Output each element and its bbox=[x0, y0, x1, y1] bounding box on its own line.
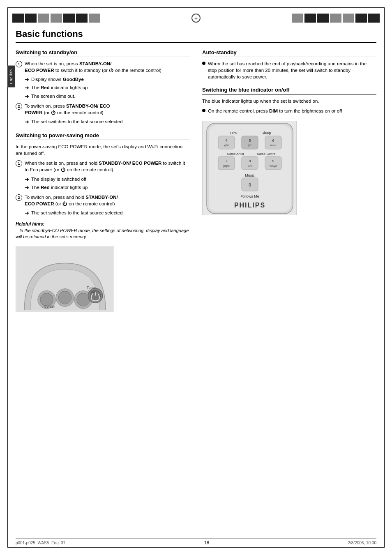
section-heading-standby: Switching to standby/on bbox=[16, 49, 190, 57]
arrow-icon: ➜ bbox=[25, 84, 29, 92]
arrow-text: The Red indicator lights up bbox=[31, 184, 88, 191]
svg-text:Same Genre: Same Genre bbox=[257, 152, 276, 156]
page-border-right bbox=[384, 7, 385, 548]
svg-text:ghi: ghi bbox=[224, 143, 229, 147]
svg-text:5: 5 bbox=[249, 138, 251, 143]
header-blocks-right bbox=[292, 14, 380, 23]
svg-text:7: 7 bbox=[225, 159, 227, 163]
footer-date: 2/8/2006, 10:00 bbox=[348, 541, 376, 545]
num-circle-ps-1: 1 bbox=[16, 160, 22, 167]
remote-control-image: Dim Sleep 4 ghi 5 jkl 6 mno bbox=[202, 121, 297, 215]
num-circle-ps-2: 2 bbox=[16, 194, 22, 201]
header-block bbox=[317, 14, 329, 23]
bold-standby-on-hold: STANDBY-ON/ bbox=[85, 195, 118, 200]
arrow-last-source-1: ➜ The set switches to the last source se… bbox=[25, 118, 190, 126]
header-block bbox=[89, 14, 100, 23]
bold-power: POWER bbox=[25, 110, 42, 115]
arrow-text: The Red indicator lights up bbox=[31, 84, 88, 91]
svg-text:4: 4 bbox=[225, 138, 227, 143]
header-block bbox=[38, 14, 49, 23]
power-saving-item-2-content: To switch on, press and hold STANDBY-ON/… bbox=[25, 194, 190, 207]
arrow-red-1: ➜ The Red indicator lights up bbox=[25, 84, 190, 92]
standby-item-2-content: To switch on, press STANDBY-ON/ ECO POWE… bbox=[25, 103, 190, 116]
arrow-goodbye: ➜ Display shows GoodBye bbox=[25, 76, 190, 83]
arrow-text: The set switches to the last source sele… bbox=[31, 118, 122, 125]
standby-item-1-content: When the set is on, press STANDBY-ON/ EC… bbox=[25, 60, 190, 74]
svg-text:jkl: jkl bbox=[248, 143, 251, 147]
bold-red: Red bbox=[41, 85, 50, 90]
section-heading-auto-standby: Auto-standby bbox=[202, 49, 376, 57]
svg-text:/Aux: /Aux bbox=[88, 290, 95, 294]
helpful-hints-label: Helpful hints: bbox=[16, 221, 44, 226]
page-title: Basic functions bbox=[16, 29, 376, 43]
svg-text:9: 9 bbox=[272, 159, 274, 163]
arrow-icon: ➜ bbox=[25, 93, 29, 100]
left-column: Switching to standby/on 1 When the set i… bbox=[16, 49, 190, 312]
svg-point-4 bbox=[58, 291, 71, 304]
num-circle-1: 1 bbox=[16, 61, 22, 67]
arrow-text: The display is switched off bbox=[31, 176, 86, 182]
bold-standby-on-2: STANDBY-ON/ ECO bbox=[66, 104, 110, 108]
footer-file: p001-p025_WAS5_Eng_37 bbox=[16, 541, 65, 545]
arrow-display-off: ➜ The display is switched off bbox=[25, 176, 190, 183]
arrow-icon: ➜ bbox=[25, 184, 29, 191]
svg-text:pqrs: pqrs bbox=[223, 164, 230, 168]
svg-point-6 bbox=[77, 293, 90, 306]
footer: p001-p025_WAS5_Eng_37 18 2/8/2006, 10:00 bbox=[16, 538, 376, 545]
blue-indicator-bullet: On the remote control, press DIM to turn… bbox=[202, 108, 376, 114]
svg-rect-27 bbox=[218, 157, 235, 170]
power-saving-item-1: 1 When the set is on, press and hold STA… bbox=[16, 160, 190, 173]
device-arc-svg: Center Tuner /Aux bbox=[16, 247, 114, 312]
arrow-icon: ➜ bbox=[25, 76, 29, 83]
standby-item-2: 2 To switch on, press STANDBY-ON/ ECO PO… bbox=[16, 103, 190, 116]
svg-text:mno: mno bbox=[270, 143, 277, 147]
header-bar bbox=[12, 12, 380, 24]
arrow-text: The set switches to the last source sele… bbox=[31, 210, 122, 216]
svg-text:Sleep: Sleep bbox=[261, 131, 271, 135]
section-heading-power-saving: Switching to power-saving mode bbox=[16, 132, 190, 140]
bold-standby-hold: STANDBY-ON/ ECO POWER bbox=[99, 161, 161, 166]
header-crosshair bbox=[191, 14, 201, 23]
page-border-left bbox=[7, 7, 8, 548]
helpful-hints: Helpful hints: – In the standby/ECO POWE… bbox=[16, 221, 190, 240]
header-block bbox=[76, 14, 88, 23]
svg-text:Dim: Dim bbox=[230, 131, 237, 135]
svg-rect-16 bbox=[218, 136, 235, 149]
power-saving-intro: In the power-saving ECO POWER mode, the … bbox=[16, 143, 190, 157]
header-block bbox=[51, 14, 62, 23]
section-standby-on: Switching to standby/on 1 When the set i… bbox=[16, 49, 190, 126]
language-tab: English bbox=[7, 66, 15, 88]
svg-text:Center: Center bbox=[44, 305, 55, 309]
power-saving-item-2: 2 To switch on, press and hold STANDBY-O… bbox=[16, 194, 190, 207]
arrow-red-2: ➜ The Red indicator lights up bbox=[25, 184, 190, 191]
bold-red-2: Red bbox=[41, 185, 50, 190]
bold-standby-on: STANDBY-ON/ bbox=[79, 61, 111, 66]
section-auto-standby: Auto-standby When the set has reached th… bbox=[202, 49, 376, 80]
svg-rect-22 bbox=[265, 136, 281, 149]
bold-eco-power: ECO POWER bbox=[25, 68, 54, 73]
svg-rect-33 bbox=[265, 157, 281, 170]
bullet-icon bbox=[202, 109, 205, 112]
page-border-top bbox=[7, 7, 385, 8]
main-content: Basic functions Switching to standby/on … bbox=[16, 29, 376, 534]
header-blocks-left bbox=[12, 14, 100, 23]
bullet-icon bbox=[202, 62, 205, 65]
bold-goodbye: GoodBye bbox=[63, 77, 84, 82]
arrow-icon: ➜ bbox=[25, 176, 29, 183]
svg-text:Tuner: Tuner bbox=[87, 286, 96, 290]
header-block bbox=[343, 14, 354, 23]
arrow-text: Display shows GoodBye bbox=[31, 76, 84, 83]
header-block bbox=[292, 14, 303, 23]
header-block bbox=[304, 14, 316, 23]
section-power-saving: Switching to power-saving mode In the po… bbox=[16, 132, 190, 240]
header-block bbox=[355, 14, 367, 23]
bold-eco-power-2: ECO POWER bbox=[25, 201, 54, 206]
arrow-last-source-2: ➜ The set switches to the last source se… bbox=[25, 210, 190, 217]
arrow-icon: ➜ bbox=[25, 118, 29, 126]
header-block bbox=[12, 14, 24, 23]
header-block bbox=[63, 14, 75, 23]
num-circle-2: 2 bbox=[16, 103, 22, 110]
bold-dim: DIM bbox=[269, 108, 278, 113]
auto-standby-bullet: When the set has reached the end of play… bbox=[202, 60, 376, 80]
header-block bbox=[368, 14, 380, 23]
